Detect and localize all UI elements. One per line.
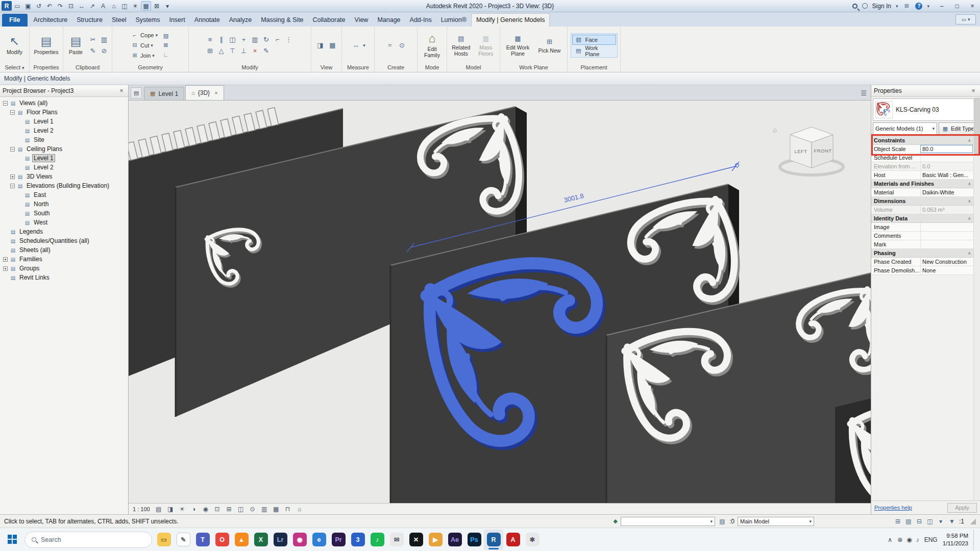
viewcube-home-icon[interactable]: ⌂ [773, 126, 777, 134]
taskbar-clock[interactable]: 9:58 PM 1/11/2023 [943, 532, 968, 547]
browser-item-south[interactable]: ▤South [0, 209, 128, 218]
tray-icon-1[interactable]: ◉ [906, 536, 912, 543]
collapse-icon[interactable]: ∧ [968, 251, 971, 256]
taskbar-app-teams[interactable]: T [193, 530, 212, 550]
panel-board-4[interactable] [835, 398, 871, 503]
ribbon-tab-architecture[interactable]: Architecture [29, 14, 72, 27]
sun-path-icon[interactable]: ☀ [178, 506, 186, 513]
section-dimensions[interactable]: Dimensions∧ [871, 197, 973, 206]
property-value-elevation-from[interactable]: 0.0 [920, 162, 973, 170]
maximize-button[interactable]: □ [949, 0, 965, 12]
taskbar-app-edge[interactable]: e [309, 530, 329, 550]
taskbar-app-photoshop[interactable]: Ps [464, 530, 484, 550]
taskbar-app-excel[interactable]: X [251, 530, 271, 550]
geometry-join-button[interactable]: ⊞Join▾ [131, 51, 158, 60]
viewcube-front-label[interactable]: FRONT [814, 148, 831, 154]
filter-icon[interactable]: ▼ [948, 518, 956, 525]
measure-tool-icon[interactable]: ↔ [351, 40, 361, 51]
start-button[interactable] [2, 530, 22, 550]
thin-lines-icon[interactable]: ▦ [141, 1, 151, 11]
paste-button[interactable]: ▤ Paste [66, 28, 86, 63]
resize-grip[interactable] [969, 518, 976, 524]
match-icon[interactable]: ✎ [261, 46, 272, 56]
browser-item-views-all[interactable]: −▤Views (all) [0, 98, 128, 108]
taskbar-app-premiere[interactable]: Pr [329, 530, 348, 550]
print-icon[interactable]: ⊡ [66, 1, 76, 11]
properties-close-icon[interactable]: × [969, 87, 977, 94]
undo-icon[interactable]: ↶ [44, 1, 55, 11]
render-icon[interactable]: ◉ [202, 506, 210, 513]
analytical-model-icon[interactable]: ⌂ [296, 506, 304, 513]
shadows-icon[interactable]: ◑ [190, 506, 198, 513]
help-icon[interactable]: ? [915, 3, 922, 10]
close-tab-icon[interactable]: × [214, 90, 217, 96]
browser-item-east[interactable]: ▤East [0, 190, 128, 199]
edit-family-button[interactable]: ⌂ Edit Family [420, 28, 444, 63]
project-browser-close-icon[interactable]: × [117, 87, 126, 94]
geometry-cope-button[interactable]: ⌐Cope▾ [131, 30, 158, 40]
tab-menu-icon[interactable]: ☰ [861, 89, 867, 97]
taskbar-app-x-app[interactable]: ✕ [406, 530, 426, 550]
override-graphics-icon[interactable]: ▩ [328, 40, 338, 51]
minimize-button[interactable]: – [934, 0, 949, 12]
worksharing-display-icon[interactable]: ▥ [260, 506, 268, 513]
delete-clip-icon[interactable]: ⊘ [99, 46, 109, 56]
sign-in-caret-icon[interactable]: ▾ [896, 4, 898, 9]
constraints-icon[interactable]: ⊓ [284, 506, 292, 513]
tray-icon-2[interactable]: ♪ [916, 536, 919, 543]
match-type-icon[interactable]: ✎ [88, 46, 98, 56]
ribbon-tab-steel[interactable]: Steel [107, 14, 131, 27]
browser-item-level-2[interactable]: ▤Level 2 [0, 163, 128, 172]
section-icon[interactable]: ◫ [119, 1, 130, 11]
editable-only-icon[interactable]: ▤ [718, 518, 726, 525]
property-value-comments[interactable] [920, 232, 973, 240]
property-value-mark[interactable] [920, 240, 973, 248]
taskbar-app-media-app[interactable]: ▶ [426, 530, 445, 550]
browser-item-sheets-all[interactable]: ▤Sheets (all) [0, 245, 128, 255]
related-hosts-button[interactable]: ▤ Related Hosts [450, 34, 473, 57]
ribbon-tab-insert[interactable]: Insert [164, 14, 189, 27]
visual-style-icon[interactable]: ◨ [166, 506, 175, 513]
ribbon-tab-structure[interactable]: Structure [72, 14, 107, 27]
ribbon-state-toggle[interactable]: ▭ ▾ [955, 14, 976, 24]
expander-icon[interactable]: + [3, 257, 8, 262]
collapse-icon[interactable]: ∧ [968, 199, 971, 204]
browser-item-legends[interactable]: ▤Legends [0, 227, 128, 236]
property-value-object-scale[interactable]: 80.0 [920, 145, 973, 153]
collapse-icon[interactable]: ∧ [968, 182, 971, 186]
select-panel-label[interactable]: Select ▾ [0, 64, 29, 72]
cut-icon[interactable]: ✂ [88, 35, 98, 45]
rotate-icon[interactable]: ↻ [261, 35, 272, 45]
mass-floors-button[interactable]: ▥ Mass Floors [475, 34, 498, 57]
redo-icon[interactable]: ↷ [55, 1, 65, 11]
taskbar-app-settings[interactable]: ✱ [523, 530, 542, 550]
crop-view-icon[interactable]: ⊡ [213, 506, 222, 513]
pin-icon[interactable]: ⊤ [228, 46, 238, 56]
scale-button[interactable]: 1 : 100 [133, 506, 150, 512]
wall-joins-icon[interactable]: ∟ [162, 51, 170, 59]
browser-item-north[interactable]: ▤North [0, 199, 128, 209]
sun-icon[interactable]: ☀ [130, 1, 140, 11]
workset-combo[interactable]: ▾ [621, 517, 715, 526]
dimension-icon[interactable]: ↗ [87, 1, 97, 11]
expander-icon[interactable]: + [3, 266, 8, 271]
taskbar-app-mail[interactable]: ✉ [387, 530, 406, 550]
qat-caret-icon[interactable]: ▾ [162, 1, 173, 11]
mirror-icon[interactable]: ◫ [228, 35, 238, 45]
ribbon-tab-analyze[interactable]: Analyze [225, 14, 256, 27]
search-icon[interactable] [852, 4, 857, 9]
hidden-icons-chevron[interactable]: ∧ [888, 536, 892, 543]
delete-icon[interactable]: × [250, 46, 260, 56]
browser-item-level-1[interactable]: ▤Level 1 [0, 154, 128, 163]
edit-type-button[interactable]: ▦ Edit Type [939, 122, 978, 135]
property-value-host[interactable]: Basic Wall : Gen... [920, 171, 973, 179]
ribbon-tab-add-ins[interactable]: Add-Ins [405, 14, 436, 27]
view-tab-3d[interactable]: ⌂{3D}× [185, 85, 224, 100]
ribbon-tab-manage[interactable]: Manage [373, 14, 405, 27]
taskbar-app-acrobat[interactable]: A [503, 530, 523, 550]
collapse-icon[interactable]: ∧ [968, 138, 971, 143]
sign-in-button[interactable]: Sign In [872, 3, 891, 10]
demolish-icon[interactable]: ⊠ [162, 41, 170, 49]
show-crop-icon[interactable]: ⊞ [225, 506, 233, 513]
help-caret-icon[interactable]: ▾ [927, 4, 929, 9]
